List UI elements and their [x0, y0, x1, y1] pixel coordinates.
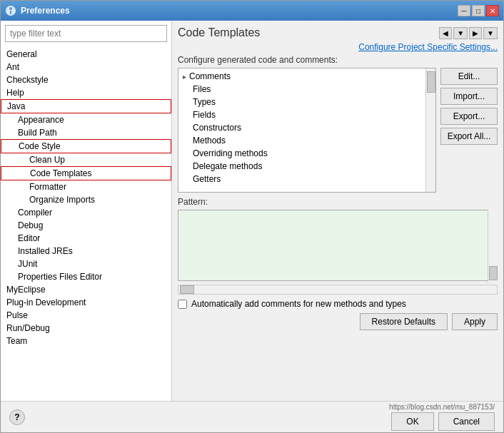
nav-buttons: ◀ ▼ ▶ ▼ — [439, 27, 498, 39]
tree-area: GeneralAntCheckstyleHelpJavaAppearanceBu… — [1, 46, 171, 401]
config-project-link[interactable]: Configure Project Specific Settings... — [178, 42, 498, 52]
apply-button[interactable]: Apply — [452, 313, 498, 330]
tree-item-junit[interactable]: JUnit — [1, 258, 171, 270]
help-button[interactable]: ? — [9, 409, 25, 425]
tmpl-item-getters[interactable]: Getters — [178, 173, 435, 185]
tree-item-pulse[interactable]: Pulse — [1, 309, 171, 322]
main-content: GeneralAntCheckstyleHelpJavaAppearanceBu… — [1, 21, 503, 401]
close-button[interactable]: ✕ — [486, 5, 499, 16]
right-panel: Code Templates ◀ ▼ ▶ ▼ Configure Project… — [172, 21, 503, 401]
title-bar-buttons: ─ □ ✕ — [458, 5, 499, 16]
title-bar-text: Preferences — [21, 6, 458, 16]
left-panel: GeneralAntCheckstyleHelpJavaAppearanceBu… — [1, 21, 172, 401]
pattern-textarea[interactable] — [178, 210, 498, 281]
tree-item-debug[interactable]: Debug — [1, 219, 171, 232]
tree-item-compiler[interactable]: Compiler — [1, 206, 171, 219]
horiz-scroll-thumb[interactable] — [180, 285, 194, 294]
tree-item-checkstyle[interactable]: Checkstyle — [1, 73, 171, 86]
nav-dropdown[interactable]: ▼ — [453, 27, 468, 39]
tmpl-item-delegate-methods[interactable]: Delegate methods — [178, 160, 435, 173]
tree-item-ant[interactable]: Ant — [1, 61, 171, 73]
tmpl-item-overriding-methods[interactable]: Overriding methods — [178, 147, 435, 160]
tree-item-run-debug[interactable]: Run/Debug — [1, 322, 171, 335]
svg-rect-2 — [10, 11, 11, 14]
maximize-button[interactable]: □ — [472, 5, 485, 16]
tree-item-appearance[interactable]: Appearance — [1, 113, 171, 126]
pattern-section: Pattern: — [178, 197, 498, 295]
tree-item-plug-in-development[interactable]: Plug-in Development — [1, 296, 171, 309]
pattern-scrollbar[interactable] — [488, 210, 498, 283]
dialog-bottom: ? https://blog.csdn.net/mu_887153/ OK Ca… — [1, 401, 503, 432]
tmpl-label: Comments — [189, 71, 231, 81]
pattern-area — [178, 210, 498, 283]
tree-item-code-templates[interactable]: Code Templates — [1, 166, 171, 180]
tmpl-item-types[interactable]: Types — [178, 96, 435, 108]
restore-defaults-button[interactable]: Restore Defaults — [360, 313, 448, 330]
tmpl-item-comments[interactable]: ▸Comments — [178, 70, 435, 83]
tmpl-item-files[interactable]: Files — [178, 83, 435, 96]
checkbox-label: Automatically add comments for new metho… — [191, 299, 406, 309]
collapse-arrow: ▸ — [183, 73, 186, 81]
preferences-window: Preferences ─ □ ✕ GeneralAntCheckstyleHe… — [0, 0, 504, 433]
window-icon — [5, 5, 16, 16]
tree-item-java[interactable]: Java — [1, 99, 171, 113]
tmpl-item-constructors[interactable]: Constructors — [178, 121, 435, 134]
export-button[interactable]: Export... — [440, 108, 498, 125]
tree-scroll-thumb[interactable] — [427, 71, 435, 93]
tree-scrollbar[interactable] — [425, 68, 435, 192]
horizontal-scrollbar[interactable] — [178, 285, 498, 295]
config-label: Configure generated code and comments: — [178, 55, 498, 65]
url-hint: https://blog.csdn.net/mu_887153/ — [389, 403, 495, 411]
import-button[interactable]: Import... — [440, 88, 498, 105]
right-header: Code Templates ◀ ▼ ▶ ▼ — [178, 26, 498, 39]
nav-dropdown2[interactable]: ▼ — [483, 27, 498, 39]
tree-item-myeclipse[interactable]: MyEclipse — [1, 283, 171, 296]
tree-item-help[interactable]: Help — [1, 86, 171, 99]
tree-item-installed-jres[interactable]: Installed JREs — [1, 245, 171, 258]
tree-item-editor[interactable]: Editor — [1, 232, 171, 245]
back-button[interactable]: ◀ — [439, 27, 452, 39]
tree-item-build-path[interactable]: Build Path — [1, 126, 171, 139]
right-action-buttons: Edit... Import... Export... Export All..… — [440, 68, 498, 193]
templates-section: ▸CommentsFilesTypesFieldsConstructorsMet… — [178, 68, 498, 193]
ok-cancel-buttons: OK Cancel — [391, 412, 495, 431]
pattern-scroll-thumb[interactable] — [489, 266, 498, 280]
cancel-button[interactable]: Cancel — [438, 412, 495, 431]
tree-item-code-style[interactable]: Code Style — [1, 139, 171, 153]
svg-point-1 — [9, 7, 12, 10]
tree-item-formatter[interactable]: Formatter — [1, 180, 171, 193]
tree-item-clean-up[interactable]: Clean Up — [1, 153, 171, 166]
edit-button[interactable]: Edit... — [440, 68, 498, 85]
tree-item-general[interactable]: General — [1, 48, 171, 61]
checkbox-row: Automatically add comments for new metho… — [178, 299, 498, 309]
tree-item-organize-imports[interactable]: Organize Imports — [1, 193, 171, 206]
forward-button[interactable]: ▶ — [469, 27, 482, 39]
auto-comments-checkbox[interactable] — [178, 300, 187, 309]
templates-tree[interactable]: ▸CommentsFilesTypesFieldsConstructorsMet… — [178, 68, 436, 193]
bottom-buttons: Restore Defaults Apply — [178, 313, 498, 330]
tmpl-item-methods[interactable]: Methods — [178, 134, 435, 147]
filter-input[interactable] — [5, 25, 167, 42]
minimize-button[interactable]: ─ — [458, 5, 470, 16]
tree-item-team[interactable]: Team — [1, 335, 171, 347]
tmpl-item-fields[interactable]: Fields — [178, 108, 435, 121]
ok-button[interactable]: OK — [391, 412, 433, 431]
pattern-label: Pattern: — [178, 197, 498, 207]
tree-item-properties-files-editor[interactable]: Properties Files Editor — [1, 270, 171, 283]
right-title: Code Templates — [178, 26, 439, 39]
export-all-button[interactable]: Export All... — [440, 128, 498, 145]
title-bar: Preferences ─ □ ✕ — [1, 1, 503, 21]
